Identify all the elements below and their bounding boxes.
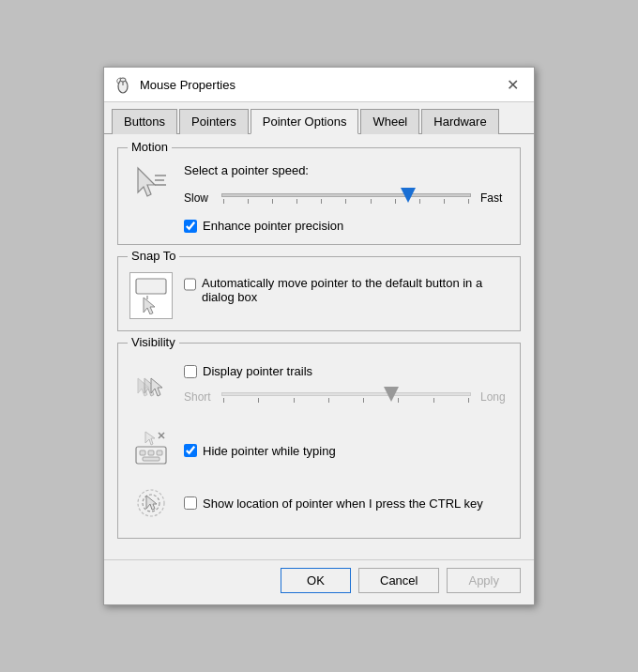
ctrl-label: Show location of pointer when I press th… bbox=[203, 496, 483, 511]
trails-cursor-icon bbox=[132, 371, 170, 408]
ok-button[interactable]: OK bbox=[281, 568, 351, 593]
window-title: Mouse Properties bbox=[140, 78, 235, 92]
snap-auto-checkbox[interactable] bbox=[184, 278, 196, 291]
snap-to-section-label: Snap To bbox=[128, 249, 179, 263]
precision-checkbox[interactable] bbox=[184, 220, 197, 233]
trails-checkbox-row: Display pointer trails bbox=[184, 364, 509, 378]
svg-rect-14 bbox=[140, 451, 145, 455]
trails-slider[interactable] bbox=[221, 384, 471, 410]
trails-item: Display pointer trails Short bbox=[129, 360, 509, 418]
snap-to-section: Snap To Automatically bbox=[117, 256, 521, 331]
long-label: Long bbox=[480, 390, 509, 404]
trails-slider-ticks bbox=[221, 398, 471, 403]
mouse-icon bbox=[114, 75, 132, 94]
snap-icon bbox=[129, 272, 173, 319]
speed-slider[interactable] bbox=[221, 185, 471, 211]
motion-section-label: Motion bbox=[128, 140, 172, 154]
speed-slider-thumb[interactable] bbox=[401, 188, 416, 203]
slow-label: Slow bbox=[184, 191, 212, 205]
title-bar: Mouse Properties ✕ bbox=[104, 68, 534, 102]
svg-marker-3 bbox=[138, 168, 155, 196]
speed-label: Select a pointer speed: bbox=[184, 163, 509, 177]
snap-to-inner: Automatically move pointer to the defaul… bbox=[129, 272, 509, 319]
hide-item: Hide pointer while typing bbox=[129, 427, 509, 470]
title-bar-left: Mouse Properties bbox=[114, 75, 235, 94]
trails-slider-thumb[interactable] bbox=[384, 387, 399, 402]
motion-controls: Select a pointer speed: Slow bbox=[184, 163, 509, 233]
speed-slider-track bbox=[221, 193, 471, 197]
hide-typing-checkbox[interactable] bbox=[184, 444, 197, 457]
speed-slider-ticks bbox=[221, 199, 471, 204]
trails-checkbox[interactable] bbox=[184, 365, 197, 378]
trails-controls: Display pointer trails Short bbox=[184, 360, 509, 418]
mouse-properties-window: Mouse Properties ✕ Buttons Pointers Poin… bbox=[103, 67, 535, 605]
apply-button[interactable]: Apply bbox=[447, 568, 521, 593]
svg-marker-18 bbox=[145, 432, 155, 445]
trails-icon bbox=[129, 368, 173, 411]
ctrl-checkbox-row: Show location of pointer when I press th… bbox=[184, 496, 509, 511]
tabs-bar: Buttons Pointers Pointer Options Wheel H… bbox=[104, 102, 534, 134]
hide-controls: Hide pointer while typing bbox=[184, 440, 509, 458]
motion-section: Motion Select a pointer speed: bbox=[117, 147, 521, 245]
cancel-button[interactable]: Cancel bbox=[358, 568, 439, 593]
fast-label: Fast bbox=[480, 191, 509, 205]
ctrl-icon bbox=[129, 480, 173, 523]
hide-label: Hide pointer while typing bbox=[203, 444, 336, 458]
close-button[interactable]: ✕ bbox=[500, 75, 524, 94]
svg-rect-17 bbox=[143, 457, 160, 461]
precision-row: Enhance pointer precision bbox=[184, 219, 509, 233]
tab-pointer-options[interactable]: Pointer Options bbox=[251, 109, 359, 134]
hide-cursor-icon bbox=[132, 430, 170, 467]
trails-slider-track bbox=[221, 392, 471, 396]
snap-auto-row: Automatically move pointer to the defaul… bbox=[184, 276, 509, 304]
motion-section-inner: Select a pointer speed: Slow bbox=[129, 163, 509, 233]
trails-label: Display pointer trails bbox=[203, 364, 312, 378]
ctrl-controls: Show location of pointer when I press th… bbox=[184, 493, 509, 511]
tab-buttons[interactable]: Buttons bbox=[112, 109, 177, 134]
ctrl-cursor-icon bbox=[132, 482, 170, 520]
svg-rect-7 bbox=[136, 279, 166, 294]
ctrl-location-checkbox[interactable] bbox=[184, 496, 197, 510]
short-label: Short bbox=[184, 390, 212, 404]
svg-marker-8 bbox=[144, 298, 155, 314]
trails-slider-row: Short bbox=[184, 384, 509, 410]
svg-marker-23 bbox=[146, 496, 157, 510]
tab-wheel[interactable]: Wheel bbox=[360, 109, 419, 134]
hide-icon bbox=[129, 427, 173, 470]
visibility-section: Visibility Display pointer trails bbox=[117, 343, 521, 539]
tab-hardware[interactable]: Hardware bbox=[421, 109, 498, 134]
motion-cursor-icon bbox=[130, 164, 172, 206]
svg-rect-15 bbox=[148, 451, 154, 455]
hide-checkbox-row: Hide pointer while typing bbox=[184, 444, 509, 458]
content-area: Motion Select a pointer speed: bbox=[104, 134, 534, 559]
visibility-section-label: Visibility bbox=[128, 335, 179, 349]
svg-point-2 bbox=[120, 78, 126, 82]
snap-to-controls: Automatically move pointer to the defaul… bbox=[184, 272, 509, 304]
ctrl-item: Show location of pointer when I press th… bbox=[129, 480, 509, 523]
precision-label: Enhance pointer precision bbox=[203, 219, 343, 233]
tab-pointers[interactable]: Pointers bbox=[179, 109, 249, 134]
snap-auto-label: Automatically move pointer to the defaul… bbox=[202, 276, 509, 304]
motion-icon bbox=[129, 163, 173, 206]
svg-rect-16 bbox=[157, 451, 162, 455]
snap-cursor-icon bbox=[134, 277, 168, 314]
speed-slider-row: Slow bbox=[184, 185, 509, 211]
dialog-footer: OK Cancel Apply bbox=[104, 559, 534, 604]
